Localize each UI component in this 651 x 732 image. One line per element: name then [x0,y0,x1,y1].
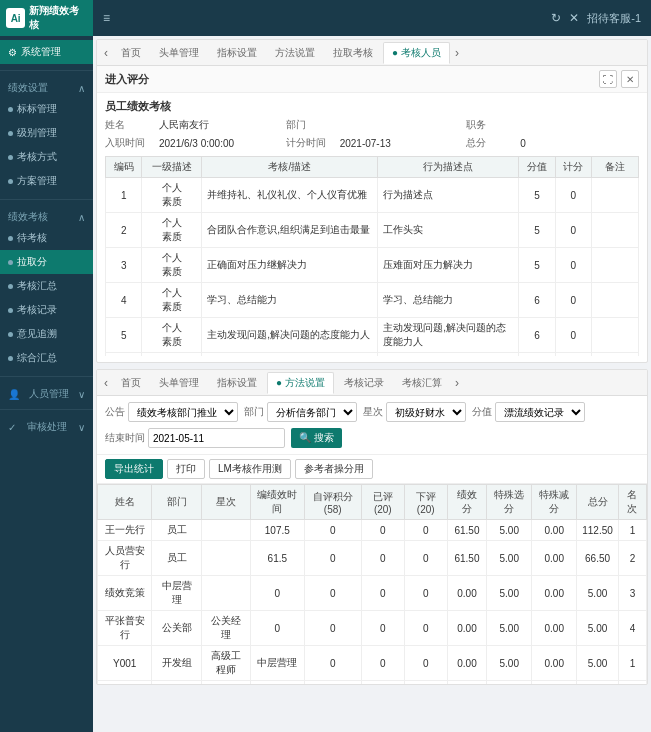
tab-prev-2[interactable]: ‹ [101,376,111,390]
tab-pull-1[interactable]: 拉取考核 [325,43,381,63]
export-btn[interactable]: 导出统计 [105,459,163,479]
label-level: 星次 [363,405,383,419]
cell-p2-done: 0 [361,646,404,681]
sidebar-item-label-manage[interactable]: 标标管理 [0,97,93,121]
cell-p2-bonus: 5.00 [487,576,532,611]
chevron-down-icon-3: ∨ [78,389,85,400]
sidebar-item-feedback[interactable]: 意见追溯 [0,322,93,346]
select-company[interactable]: 绩效考核部门推业 [128,402,238,422]
filter-bar-2: 公告 绩效考核部门推业 部门 分析信务部门 星次 初级好财水 [97,396,647,455]
cell-p2-dept: 公关部 [152,611,201,646]
th-p2-name: 姓名 [98,485,152,520]
dot-icon [8,155,13,160]
th-calc: 计分 [555,157,591,178]
input-date[interactable] [148,428,285,448]
print-btn[interactable]: 打印 [167,459,205,479]
system-icon: ⚙ [8,47,17,58]
sidebar-item-kpi-method[interactable]: 考核方式 [0,145,93,169]
cell-code: 1 [106,178,142,213]
refresh-icon[interactable]: ↻ [551,11,561,25]
dot-icon [8,107,13,112]
tab-home-2[interactable]: 首页 [113,373,149,393]
cell-p2-down: 0 [404,681,447,685]
cell-code: 3 [106,248,142,283]
cell-p2-level [201,520,250,541]
select-level[interactable]: 初级好财水 [386,402,466,422]
table-row: 2 个人 素质 合团队合作意识,组织满足到追击最量 工作头实 5 0 [106,213,639,248]
sidebar-item-system[interactable]: ⚙ 系统管理 [0,40,93,64]
panel2-header-row: 姓名 部门 星次 编绩效时间 自评积分(58) 已评(20) 下评(20) 绩效… [98,485,647,520]
select-dept[interactable]: 分析信务部门 [267,402,357,422]
cell-note [592,178,639,213]
cell-score: 6 [519,318,555,353]
cell-p2-rank: 3 [618,576,646,611]
sidebar-item-overall[interactable]: 综合汇总 [0,346,93,370]
tab-index-2[interactable]: 指标设置 [209,373,265,393]
tab-prev-1[interactable]: ‹ [101,46,111,60]
th-p2-done: 已评(20) [361,485,404,520]
tab-method-1[interactable]: 方法说置 [267,43,323,63]
divider-2 [0,199,93,200]
cell-note [592,353,639,357]
field-score-time: 计分时间 2021-07-13 [286,136,459,150]
label-score-time: 计分时间 [286,136,336,150]
sidebar-item-pending[interactable]: 待考核 [0,226,93,250]
sidebar-item-plan[interactable]: 方案管理 [0,169,93,193]
th-code: 编码 [106,157,142,178]
search-button[interactable]: 🔍 搜索 [291,428,342,448]
tab-header-1[interactable]: 头单管理 [151,43,207,63]
panel-1: ‹ 首页 头单管理 指标设置 方法说置 拉取考核 ● 考核人员 [96,39,648,363]
panel-2: ‹ 首页 头单管理 指标设置 ● 方法说置 考核记录 考核汇算 [96,369,648,685]
table-row: 4 个人 素质 学习、总结能力 学习、总结能力 6 0 [106,283,639,318]
cell-p2-kpitime: 107.5 [250,520,304,541]
close-icon[interactable]: ✕ [569,11,579,25]
ref-score-btn[interactable]: 参考者操分用 [295,459,373,479]
section-title-people[interactable]: 👤 人员管理 ∨ [0,383,93,403]
cell-p2-kpitime: 0 [250,611,304,646]
lm-review-btn[interactable]: LM考核作用测 [209,459,291,479]
tab-next-1[interactable]: › [452,46,462,60]
section-title-kpi[interactable]: 绩效考核 ∧ [0,206,93,226]
label-name: 姓名 [105,118,155,132]
cell-p2-bonus: 5.00 [487,646,532,681]
panel2-table: 姓名 部门 星次 编绩效时间 自评积分(58) 已评(20) 下评(20) 绩效… [97,484,647,684]
tab-next-2[interactable]: › [452,376,462,390]
cell-level: 个人 素质 [142,248,202,283]
dot-icon [8,332,13,337]
tab-summary-2[interactable]: 考核汇算 [394,373,450,393]
cell-p2-deduct: 0.00 [532,576,577,611]
menu-icon[interactable]: ≡ [103,11,110,25]
table-header-row: 编码 一级描述 考核/描述 行为描述点 分值 计分 备注 [106,157,639,178]
divider-1 [0,70,93,71]
label-join-date: 入职时间 [105,136,155,150]
table-row: 1 个人 素质 并维持礼、礼仪礼仪、个人仪育优雅 行为描述点 5 0 [106,178,639,213]
cell-calc: 0 [555,213,591,248]
cell-p2-total: 5.00 [577,681,619,685]
tab-record-2[interactable]: 考核记录 [336,373,392,393]
section-title-review[interactable]: ✓ 审核处理 ∨ [0,416,93,436]
th-p2-self: 自评积分(58) [304,485,361,520]
tab-personnel-1[interactable]: ● 考核人员 [383,42,450,64]
topbar-right: ↻ ✕ 招待客服-1 [551,11,641,26]
tab-method-2[interactable]: ● 方法说置 [267,372,334,394]
sidebar-item-pull[interactable]: 拉取分 [0,250,93,274]
cell-kpi: 主动发现问题,解决问题的态度能力人 [202,318,378,353]
fullscreen-btn[interactable]: ⛶ [599,70,617,88]
topbar: ≡ ↻ ✕ 招待客服-1 [93,0,651,36]
th-kpi: 考核/描述 [202,157,378,178]
sidebar-item-summary[interactable]: 考核汇总 [0,274,93,298]
close-btn[interactable]: ✕ [621,70,639,88]
sidebar-item-record[interactable]: 考核记录 [0,298,93,322]
label-dept-2: 部门 [244,405,264,419]
sidebar-item-level-manage[interactable]: 级别管理 [0,121,93,145]
cell-p2-level: 公关经理 [201,611,250,646]
tab-header-2[interactable]: 头单管理 [151,373,207,393]
section-title-settings[interactable]: 绩效设置 ∧ [0,77,93,97]
cell-level: 个人 素质 [142,213,202,248]
cell-p2-deduct: 0.00 [532,611,577,646]
select-period[interactable]: 漂流绩效记录 [495,402,585,422]
label-company: 公告 [105,405,125,419]
tab-home-1[interactable]: 首页 [113,43,149,63]
cell-level: 个人 素质 [142,178,202,213]
tab-index-1[interactable]: 指标设置 [209,43,265,63]
